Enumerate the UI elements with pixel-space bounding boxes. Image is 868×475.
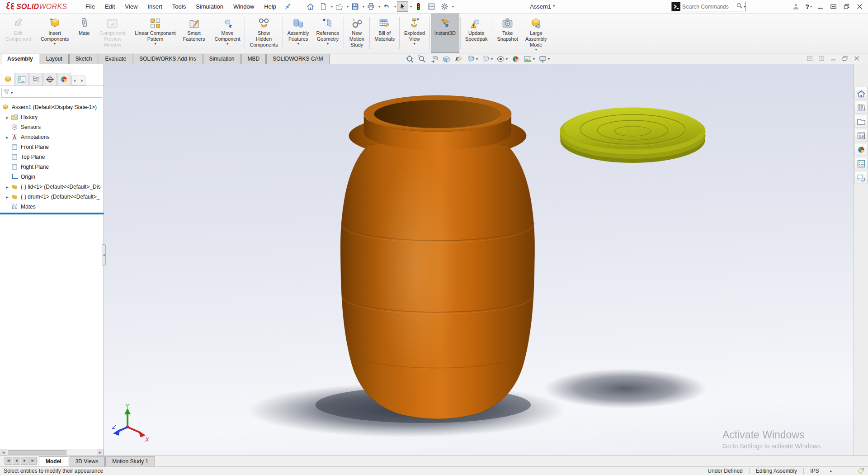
tab-mbd[interactable]: MBD [241, 54, 266, 64]
home-button[interactable] [305, 1, 316, 12]
display-style-dropdown-icon[interactable]: ▾ [491, 57, 493, 61]
dropdown-arrow-icon[interactable]: ▾ [414, 42, 415, 46]
status-ips[interactable]: IPS [804, 468, 825, 474]
view-settings-dropdown-icon[interactable]: ▾ [548, 57, 550, 61]
tab-simulation[interactable]: Simulation [203, 54, 241, 64]
large-assembly-mode-button[interactable]: LargeAssemblyMode▾ [522, 14, 551, 53]
panel-scroll-right-icon[interactable] [79, 76, 85, 86]
tree-item-plane[interactable]: Front Plane [0, 142, 104, 152]
tree-item-plane[interactable]: Top Plane [0, 152, 104, 162]
menu-window[interactable]: Window [228, 1, 259, 12]
tree-item-assembly[interactable]: Assem1 (Default<Display State-1>) [0, 102, 104, 112]
tree-item-plane[interactable]: Right Plane [0, 162, 104, 172]
new-doc-button[interactable] [318, 1, 329, 12]
print-dropdown-icon[interactable]: ▾ [378, 5, 380, 9]
panel-scroll-left-icon[interactable] [71, 76, 78, 86]
bill-of-materials-button[interactable]: Bill ofMaterials [371, 14, 398, 53]
undo-dropdown-icon[interactable]: ▾ [394, 5, 396, 9]
dimxpertmanager-tab[interactable] [43, 73, 57, 86]
search-dropdown-icon[interactable]: ▾ [744, 5, 745, 9]
expand-arrow-icon[interactable]: ▸ [4, 115, 11, 120]
panel-splitter-handle[interactable]: ◄ [102, 244, 106, 266]
smart-fasteners-button[interactable]: SmartFasteners [179, 14, 209, 53]
tp-props-button[interactable] [854, 157, 868, 170]
tp-library-button[interactable] [854, 101, 868, 114]
dropdown-arrow-icon[interactable]: ▾ [535, 48, 537, 52]
linear-component-pattern-button[interactable]: Linear ComponentPattern▾ [131, 14, 179, 53]
save-button[interactable] [349, 1, 361, 12]
close-button[interactable] [854, 2, 864, 11]
previous-view-button[interactable] [428, 54, 440, 64]
reference-geometry-button[interactable]: ReferenceGeometry▾ [313, 14, 343, 53]
menu-insert[interactable]: Insert [142, 1, 167, 12]
status-under-defined[interactable]: Under Defined [701, 468, 749, 474]
graphics-area[interactable]: Y X Z Activate Windows Go to Settings to… [104, 64, 854, 456]
mate-button[interactable]: Mate [72, 14, 96, 53]
collapse-left-button[interactable] [804, 54, 816, 62]
move-component-button[interactable]: MoveComponent▾ [211, 14, 244, 53]
expand-arrow-icon[interactable]: ▸ [4, 135, 11, 140]
scroll-right-icon[interactable]: ► [97, 449, 104, 456]
select-cursor-dropdown-icon[interactable]: ▾ [410, 5, 412, 9]
scrollbar-thumb[interactable] [8, 450, 66, 455]
expand-arrow-icon[interactable]: ▸ [4, 195, 11, 200]
collapse-right-button[interactable] [816, 54, 827, 62]
tab-model[interactable]: Model [39, 456, 68, 466]
displaymanager-tab[interactable] [57, 73, 71, 86]
dropdown-arrow-icon[interactable]: ▾ [54, 42, 56, 46]
insert-components-button[interactable]: InsertComponents▾ [37, 14, 72, 53]
edit-appearance-button[interactable] [509, 54, 522, 64]
nav-prev-button[interactable] [13, 457, 20, 465]
nav-first-button[interactable] [5, 457, 12, 465]
tab-sketch[interactable]: Sketch [69, 54, 99, 64]
tab-evaluate[interactable]: Evaluate [99, 54, 132, 64]
view-settings-button[interactable]: ▾ [537, 54, 552, 64]
menu-edit[interactable]: Edit [100, 1, 120, 12]
nav-next-button[interactable] [21, 457, 28, 465]
dropdown-arrow-icon[interactable]: ▾ [154, 42, 156, 46]
pin-icon[interactable] [283, 2, 292, 11]
select-cursor-button[interactable] [397, 1, 408, 12]
new-doc-dropdown-icon[interactable]: ▾ [331, 5, 333, 9]
zoom-fit-button[interactable] [404, 54, 416, 64]
tree-item-annotations[interactable]: ▸AAnnotations [0, 132, 104, 142]
panel-horizontal-scrollbar[interactable]: ◄ ► [0, 449, 104, 456]
menu-simulation[interactable]: Simulation [191, 1, 228, 12]
expand-arrow-icon[interactable]: ▸ [4, 185, 11, 190]
dropdown-arrow-icon[interactable]: ▾ [297, 42, 299, 46]
hide-show-items-button[interactable]: ▾ [495, 54, 509, 64]
tp-explorer-button[interactable] [854, 115, 868, 128]
tp-forum-button[interactable] [854, 171, 868, 184]
tree-item-sensors[interactable]: Sensors [0, 122, 104, 132]
doc-minimize-button[interactable] [827, 54, 839, 62]
drum-model[interactable] [340, 95, 534, 419]
tree-split-bar[interactable] [0, 213, 104, 214]
tab-motion-study-1[interactable]: Motion Study 1 [105, 456, 155, 466]
open-folder-dropdown-icon[interactable]: ▾ [347, 5, 349, 9]
tree-item-origin[interactable]: Origin [0, 172, 104, 182]
user-icon[interactable] [791, 2, 801, 11]
undo-button[interactable] [381, 1, 392, 12]
menu-file[interactable]: File [80, 1, 100, 12]
settings-gear-button[interactable] [439, 1, 450, 12]
units-dropdown-icon[interactable]: ▴ [830, 469, 832, 473]
zoom-area-button[interactable] [416, 54, 428, 64]
settings-gear-dropdown-icon[interactable]: ▾ [452, 5, 454, 9]
tree-filter[interactable]: ▾ [1, 88, 102, 98]
scroll-left-icon[interactable]: ◄ [0, 449, 7, 456]
tree-item-part[interactable]: ▸(-) drum<1> (Default<<Default>_ [0, 192, 104, 202]
search-input[interactable] [680, 4, 736, 10]
view-orientation-dropdown-icon[interactable]: ▾ [476, 57, 478, 61]
nav-last-button[interactable] [29, 457, 37, 465]
magnifier-icon[interactable] [736, 2, 743, 11]
show-hidden-components-button[interactable]: ShowHiddenComponents [246, 14, 281, 53]
instant3d-button[interactable]: Instant3D [431, 14, 459, 53]
doc-close-button[interactable] [851, 54, 863, 62]
tab-layout[interactable]: Layout [40, 54, 69, 64]
tree-item-mates[interactable]: Mates [0, 202, 104, 212]
tp-home-button[interactable] [854, 87, 868, 100]
tree-item-history[interactable]: ▸History [0, 112, 104, 122]
doc-restore-button[interactable] [839, 54, 851, 62]
status-editing-assembly[interactable]: Editing Assembly [750, 468, 803, 474]
hide-show-items-dropdown-icon[interactable]: ▾ [506, 57, 508, 61]
